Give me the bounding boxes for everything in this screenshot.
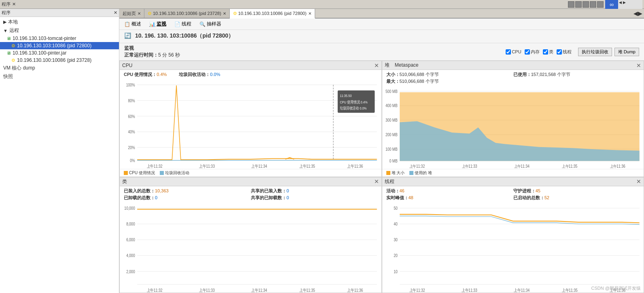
monitor-buttons: 执行垃圾回收 堆 Dump: [578, 48, 639, 56]
svg-text:20: 20: [394, 253, 398, 258]
sidebar-item-local[interactable]: ▶ 本地: [0, 18, 119, 26]
svg-text:50: 50: [394, 206, 398, 211]
svg-text:40%: 40%: [128, 129, 135, 134]
checkbox-threads[interactable]: 线程: [557, 49, 572, 55]
classes-loaded-stat: 已装入的总数：10,363: [124, 188, 250, 194]
threads-icon: 📄: [174, 21, 180, 27]
svg-text:10: 10: [394, 269, 398, 274]
tab-close-btn[interactable]: ✕: [138, 11, 141, 16]
process-icon: ⚙: [11, 43, 15, 48]
toolbar-label: 抽样器: [207, 21, 221, 27]
sidebar-item-tomcat[interactable]: 🖥 10.196.130.103-tomcat-pinter: [0, 35, 119, 42]
heap-chart-body: 大小：510,066,688 个字节 已使用：157,021,568 个字节 最…: [382, 70, 644, 177]
close-icon[interactable]: ✕: [12, 2, 16, 7]
tab-close-btn[interactable]: ✕: [308, 11, 311, 16]
cpu-chart-close[interactable]: ✕: [374, 62, 379, 69]
tab-nav[interactable]: ◀▶: [632, 9, 644, 18]
classes-chart-close[interactable]: ✕: [374, 178, 379, 185]
sidebar-header-label: 程序: [2, 10, 11, 16]
sidebar-item-100-pid23728[interactable]: ⚙ 10.196.130.100:10086 (pid 23728): [0, 57, 119, 64]
svg-text:上午11:32: 上午11:32: [409, 164, 425, 169]
tab-100-pid23728[interactable]: ⚙ 10.196.130.100:10086 (pid 23728) ✕: [144, 9, 230, 18]
monitor-controls: 监视 正常运行时间：5 分 56 秒 CPU 内存 类 线程 执行垃圾回收 堆 …: [119, 43, 644, 61]
svg-text:上午11:34: 上午11:34: [514, 164, 529, 169]
sidebar-close-btn[interactable]: ✕: [114, 10, 117, 15]
icon1: [568, 1, 574, 8]
icon2: [575, 1, 582, 8]
classes-shared-loaded-stat: 共享的已装入数：0: [251, 188, 377, 194]
sidebar-item-label: 远程: [9, 27, 19, 34]
sidebar-item-label: 本地: [8, 19, 18, 25]
svg-text:垃圾回收活动 0.0%: 垃圾回收活动 0.0%: [339, 106, 366, 110]
toolbar: 📋 概述 📊 监视 📄 线程 🔍 抽样器: [119, 19, 644, 30]
cpu-usage-value: 0.4%: [157, 72, 167, 77]
sidebar-item-snapshot[interactable]: 快照: [0, 72, 119, 81]
toolbar-sampler-btn[interactable]: 🔍 抽样器: [198, 20, 223, 28]
svg-text:11:35.50: 11:35.50: [340, 93, 352, 98]
sidebar-item-pinter-jar[interactable]: 🖥 10.196.130.100-pinter.jar: [0, 49, 119, 57]
heap-used-stat: 已使用：157,021,568 个字节: [513, 72, 640, 78]
classes-shared-unloaded-value: 0: [286, 195, 289, 200]
tab-label: 起始页: [123, 11, 136, 17]
classes-chart-canvas: 10,000 8,000 6,000 4,000 2,000 上午11:32 上…: [120, 202, 381, 293]
process-title-text: 10. 196. 130. 103:10086（pid 72800）: [135, 32, 234, 39]
checkbox-classes[interactable]: 类: [543, 49, 553, 55]
icon4: [590, 1, 596, 8]
legend-cpu-label: CPU 使用情况: [129, 170, 155, 176]
classes-svg: 10,000 8,000 6,000 4,000 2,000 上午11:32 上…: [120, 202, 381, 293]
svg-text:20%: 20%: [128, 145, 135, 150]
brand-icon: ∞: [605, 0, 618, 9]
cpu-svg: 100% 80% 60% 40% 20% 0%: [120, 79, 381, 169]
process-title: 🔄 10. 196. 130. 103:10086（pid 72800）: [124, 32, 639, 40]
heap-size-value: 510,066,688 个字节: [400, 72, 439, 77]
svg-text:上午11:33: 上午11:33: [199, 164, 215, 169]
legend-gc-color: [160, 171, 164, 175]
gc-activity-value: 0.0%: [210, 72, 220, 77]
server-icon2: 🖥: [6, 51, 11, 55]
tab-start-page[interactable]: 起始页 ✕: [119, 9, 144, 18]
toolbar-label: 监视: [157, 21, 166, 27]
sidebar: 程序 ✕ ▶ 本地 ▼ 远程 🖥 10.196.130.103-tomcat-p…: [0, 9, 119, 293]
tab-103-pid72800[interactable]: ⚙ 10.196.130.103:10086 (pid 72800) ✕: [230, 9, 315, 19]
svg-text:0 MB: 0 MB: [389, 158, 397, 163]
classes-unloaded-stat: 已卸载的总数：0: [124, 195, 250, 201]
sidebar-item-vm-dump[interactable]: VM 核心 dump: [0, 64, 119, 72]
threads-active-value: 46: [400, 188, 405, 193]
svg-text:上午11:34: 上午11:34: [251, 287, 267, 292]
sidebar-item-label: 10.196.130.103-tomcat-pinter: [13, 36, 76, 41]
checkbox-cpu[interactable]: CPU: [506, 49, 521, 55]
threads-chart-header: 线程 ✕: [382, 177, 644, 186]
svg-text:8,000: 8,000: [126, 221, 135, 226]
legend-gc: 垃圾回收活动: [160, 170, 189, 176]
tab-close-btn[interactable]: ✕: [223, 11, 226, 16]
legend-heap-used-color: [409, 171, 413, 175]
sidebar-item-remote[interactable]: ▼ 远程: [0, 26, 119, 35]
toolbar-overview-btn[interactable]: 📋 概述: [123, 20, 143, 28]
svg-text:上午11:32: 上午11:32: [147, 287, 163, 292]
classes-chart-header: 类 ✕: [120, 177, 381, 186]
svg-text:上午11:32: 上午11:32: [409, 287, 425, 292]
threads-stats: 活动：46 守护进程：45 实时峰值：48 已启动的总数：52: [382, 186, 644, 202]
toolbar-monitor-btn[interactable]: 📊 监视: [148, 20, 168, 28]
svg-text:0%: 0%: [130, 158, 135, 163]
legend-heap-size-label: 堆 大小: [392, 170, 405, 176]
svg-text:上午11:34: 上午11:34: [514, 287, 530, 292]
threads-peak-value: 48: [409, 195, 413, 200]
tab-label: 10.196.130.100:10086 (pid 23728): [153, 11, 221, 16]
svg-text:500 MB: 500 MB: [386, 89, 398, 94]
classes-shared-loaded-value: 0: [286, 188, 289, 193]
process-header: 🔄 10. 196. 130. 103:10086（pid 72800）: [119, 30, 644, 43]
heap-chart-close[interactable]: ✕: [636, 62, 641, 69]
legend-heap-used: 使用的 堆: [409, 170, 432, 176]
classes-unloaded-value: 0: [155, 195, 157, 200]
sampler-icon: 🔍: [199, 21, 205, 27]
heap-chart-canvas: 500 MB 400 MB 300 MB 200 MB 100 MB 0 MB: [382, 86, 644, 169]
checkbox-memory[interactable]: 内存: [525, 49, 540, 55]
heap-dump-button[interactable]: 堆 Dump: [614, 48, 639, 56]
gc-button[interactable]: 执行垃圾回收: [578, 48, 612, 56]
toolbar-threads-btn[interactable]: 📄 线程: [173, 20, 193, 28]
threads-chart-close[interactable]: ✕: [636, 178, 641, 185]
sidebar-item-103-pid72800[interactable]: ⚙ 10.196.130.103:10086 (pid 72800): [0, 42, 119, 49]
sidebar-item-label: 10.196.130.103:10086 (pid 72800): [17, 43, 91, 48]
toolbar-label: 概述: [131, 21, 141, 27]
